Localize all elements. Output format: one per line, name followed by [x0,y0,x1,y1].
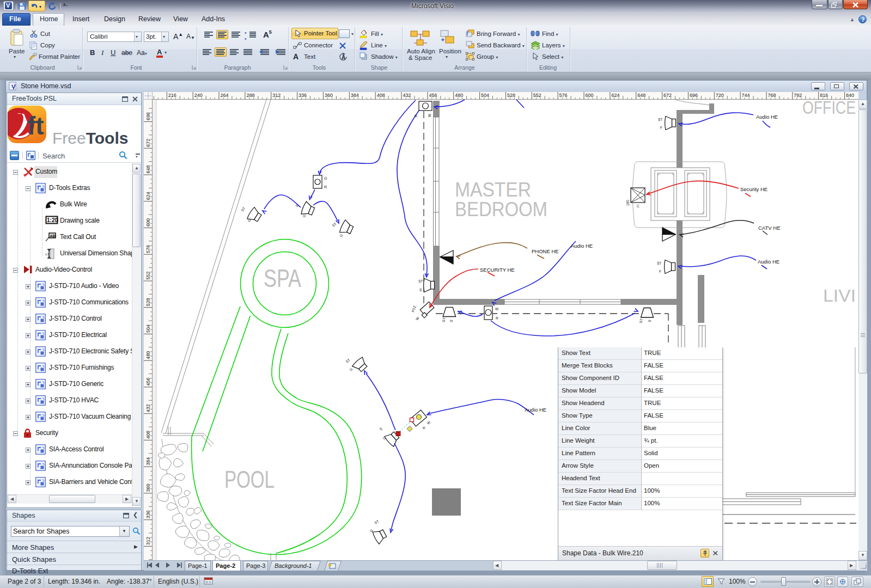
svg-text:BEDROOM: BEDROOM [455,198,547,220]
svg-text:648: 648 [637,93,645,98]
svg-text:456: 456 [145,377,151,385]
svg-text:OFFICE: OFFICE [802,100,856,118]
svg-text:1.5: 1.5 [45,253,49,256]
svg-text:A: A [342,54,345,60]
svg-text:264: 264 [221,93,229,98]
svg-text:C: C [637,204,639,208]
svg-text:CATV HE: CATV HE [758,225,780,231]
svg-text:696: 696 [690,93,698,98]
svg-text:Audio HE: Audio HE [756,114,778,120]
svg-text:S: S [419,288,422,292]
svg-text:432: 432 [145,404,151,412]
svg-text:MASTER: MASTER [455,179,531,201]
svg-text:R: R [324,185,327,189]
svg-text:360: 360 [145,483,151,492]
svg-text:696: 696 [145,112,151,120]
svg-text:312: 312 [145,537,151,545]
svg-text:432: 432 [403,93,411,98]
svg-text:624: 624 [611,93,619,98]
svg-text:R: R [414,114,418,117]
svg-text:336: 336 [299,93,307,98]
svg-text:R: R [496,316,498,320]
svg-text:552: 552 [533,93,541,98]
svg-text:768: 768 [768,93,776,98]
svg-text:G: G [324,176,327,180]
svg-text:624: 624 [145,192,151,200]
svg-text:504: 504 [145,324,151,333]
svg-text:672: 672 [145,139,151,147]
svg-text:576: 576 [559,93,568,98]
svg-text:552: 552 [145,271,151,279]
svg-text:180: 180 [626,200,630,206]
svg-text:Audio HE: Audio HE [525,407,546,413]
svg-text:528: 528 [145,298,151,306]
svg-text:600: 600 [586,93,594,98]
svg-text:816: 816 [820,93,828,98]
svg-text:744: 744 [742,93,750,98]
svg-text:1:200: 1:200 [47,217,58,223]
svg-text:PHONE HE: PHONE HE [532,248,559,254]
svg-text:792: 792 [794,93,802,98]
svg-text:360: 360 [325,93,333,98]
svg-text:600: 600 [145,218,151,226]
svg-text:720: 720 [716,93,724,98]
svg-text:SECURITY HE: SECURITY HE [480,267,515,273]
svg-text:LIVI: LIVI [823,286,856,305]
svg-text:312: 312 [272,93,281,98]
svg-text:648: 648 [145,165,151,173]
svg-text:504: 504 [481,93,489,98]
svg-text:ABC: ABC [50,234,57,238]
svg-text:240: 240 [194,93,203,98]
svg-text:W: W [495,307,499,311]
svg-text:ft: ft [27,112,44,140]
svg-text:480: 480 [145,351,151,359]
svg-text:528: 528 [507,93,515,98]
svg-text:POOL: POOL [224,465,275,493]
svg-text:408: 408 [145,431,151,439]
svg-text:480: 480 [455,93,463,98]
svg-text:W: W [428,113,431,117]
svg-text:SPA: SPA [264,264,301,292]
svg-text:ST: ST [657,261,661,265]
svg-text:216: 216 [168,93,176,98]
svg-text:288: 288 [246,93,254,98]
svg-text:384: 384 [351,93,359,98]
svg-text:F: F [660,126,662,130]
svg-text:Audio HE: Audio HE [571,243,593,249]
svg-text:672: 672 [663,93,672,98]
svg-text:336: 336 [145,510,151,518]
svg-text:408: 408 [377,93,385,98]
svg-text:Audio HE: Audio HE [758,259,779,265]
svg-text:576: 576 [145,245,151,253]
svg-text:F: F [659,270,661,273]
svg-text:Security HE: Security HE [740,186,768,192]
svg-text:384: 384 [145,457,151,465]
svg-text:456: 456 [429,93,437,98]
svg-text:ST: ST [418,279,423,283]
svg-text:ST: ST [658,118,662,121]
svg-text:840: 840 [846,93,854,98]
